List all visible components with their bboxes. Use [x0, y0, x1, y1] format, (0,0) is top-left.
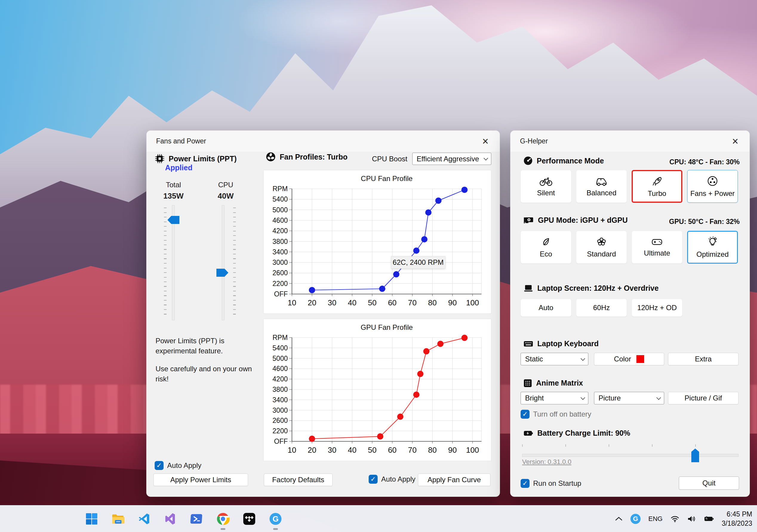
- quit-button[interactable]: Quit: [679, 477, 739, 490]
- svg-text:10: 10: [288, 298, 296, 307]
- svg-text:4600: 4600: [273, 216, 288, 224]
- chevron-down-icon: [581, 395, 585, 400]
- svg-text:OFF: OFF: [274, 290, 288, 298]
- matrix-brightness-select[interactable]: Bright: [521, 392, 588, 405]
- factory-defaults-button[interactable]: Factory Defaults: [264, 474, 333, 486]
- powershell-icon: [191, 513, 203, 525]
- svg-text:GPU Fan Profile: GPU Fan Profile: [361, 323, 413, 331]
- running-indicator: [221, 528, 226, 530]
- fans-and-power-window: Fans and Power × Power Limits (PPT) Appl…: [146, 130, 500, 497]
- battery-limit-heading: Battery Charge Limit: 90%: [524, 429, 630, 437]
- svg-text:RPM: RPM: [273, 334, 288, 342]
- close-icon[interactable]: ×: [479, 135, 492, 148]
- cpu-power-slider[interactable]: [222, 205, 225, 320]
- vscode-button[interactable]: [137, 512, 151, 526]
- flower-icon: [596, 236, 607, 247]
- svg-text:CPU Fan Profile: CPU Fan Profile: [361, 175, 412, 182]
- mode-balanced-button[interactable]: Balanced: [576, 170, 627, 203]
- cpu-boost-row: CPU Boost Efficient Aggressive: [372, 153, 491, 165]
- chevron-down-icon: [656, 395, 661, 400]
- total-power-slider-handle[interactable]: [167, 216, 179, 224]
- laptop-icon: [524, 285, 533, 292]
- version-link[interactable]: Version: 0.31.0.0: [522, 458, 571, 466]
- fan-curve-tooltip: 62C, 2400 RPM: [391, 256, 445, 269]
- run-on-startup-checkbox[interactable]: ✓: [521, 479, 530, 488]
- chrome-icon: [216, 512, 229, 525]
- svg-text:5000: 5000: [273, 354, 288, 362]
- close-icon[interactable]: ×: [729, 135, 742, 148]
- chrome-button[interactable]: [216, 512, 230, 526]
- svg-text:4200: 4200: [273, 227, 288, 235]
- gpu-ultimate-button[interactable]: Ultimate: [632, 231, 682, 264]
- keyboard-extra-button[interactable]: Extra: [668, 353, 739, 365]
- experimental-note: Power Limits (PPT) is experimental featu…: [156, 336, 254, 356]
- start-button[interactable]: [84, 512, 99, 526]
- tray-date: 3/18/2023: [722, 519, 752, 528]
- language-indicator[interactable]: ENG: [648, 515, 663, 523]
- gauge-icon: [524, 156, 532, 165]
- file-explorer-button[interactable]: [111, 512, 125, 526]
- battery-slider-track[interactable]: [522, 454, 739, 457]
- svg-text:70: 70: [408, 298, 417, 307]
- cpu-fan-chart[interactable]: CPU Fan Profile102030405060708090100OFF2…: [263, 170, 492, 314]
- svg-text:100: 100: [466, 445, 479, 455]
- svg-text:30: 30: [328, 445, 336, 455]
- mode-fans-power-button[interactable]: Fans + Power: [687, 170, 738, 203]
- cpu-fan-chart-panel: CPU Fan Profile102030405060708090100OFF2…: [263, 170, 491, 314]
- cpu-power-slider-handle[interactable]: [216, 269, 228, 277]
- svg-text:90: 90: [448, 298, 457, 307]
- svg-text:3400: 3400: [273, 248, 288, 256]
- tray-chevron-up-icon[interactable]: [615, 516, 623, 521]
- fan-power-icon: [707, 175, 718, 187]
- apply-fan-curve-button[interactable]: Apply Fan Curve: [418, 474, 491, 486]
- ghelper-taskbar-button[interactable]: G: [268, 512, 283, 526]
- desktop: Fans and Power × Power Limits (PPT) Appl…: [0, 0, 757, 532]
- volume-icon[interactable]: [687, 515, 696, 523]
- folder-icon: [111, 513, 125, 525]
- system-tray: G ENG 6:45 PM 3/18/2023: [615, 505, 752, 532]
- apply-power-limits-button[interactable]: Apply Power Limits: [153, 474, 248, 486]
- keyboard-mode-select[interactable]: Static: [521, 353, 588, 365]
- chevron-down-icon: [484, 156, 488, 161]
- svg-text:4200: 4200: [273, 375, 288, 383]
- terminal-button[interactable]: [190, 512, 204, 526]
- total-power-column: Total 135W: [156, 181, 191, 201]
- svg-text:3000: 3000: [273, 259, 288, 266]
- battery-charging-icon[interactable]: [704, 515, 714, 522]
- screen-auto-button[interactable]: Auto: [521, 299, 571, 317]
- fan-auto-apply-checkbox[interactable]: ✓: [369, 475, 378, 484]
- battery-slider-ticks: [522, 444, 739, 447]
- gpu-eco-button[interactable]: Eco: [521, 231, 571, 264]
- screen-60hz-button[interactable]: 60Hz: [576, 299, 627, 317]
- clock[interactable]: 6:45 PM 3/18/2023: [722, 510, 752, 528]
- ghelper-titlebar[interactable]: G-Helper ×: [510, 131, 749, 152]
- tidal-button[interactable]: [242, 512, 257, 526]
- svg-text:3800: 3800: [273, 238, 288, 245]
- wifi-icon[interactable]: [670, 515, 680, 522]
- screen-120hz-od-button[interactable]: 120Hz + OD: [632, 299, 682, 317]
- gpu-fan-chart[interactable]: GPU Fan Profile102030405060708090100OFF2…: [263, 319, 492, 461]
- cpu-boost-select[interactable]: Efficient Aggressive: [412, 153, 491, 165]
- bicycle-icon: [539, 176, 553, 186]
- ghelper-title: G-Helper: [520, 137, 548, 145]
- turn-off-on-battery-checkbox[interactable]: ✓: [521, 410, 530, 419]
- mode-silent-button[interactable]: Silent: [521, 170, 571, 203]
- keyboard-color-button[interactable]: Color: [594, 353, 664, 365]
- matrix-mode-select[interactable]: Picture: [594, 392, 664, 405]
- g-helper-window: G-Helper × Performance Mode CPU: 48°C - …: [510, 130, 750, 497]
- fans-window-titlebar[interactable]: Fans and Power ×: [147, 131, 500, 152]
- visual-studio-button[interactable]: [163, 512, 178, 526]
- gpu-optimized-button[interactable]: Optimized: [687, 231, 738, 264]
- battery-slider-handle[interactable]: [691, 449, 699, 462]
- tidal-icon: [243, 513, 256, 525]
- power-auto-apply-checkbox[interactable]: ✓: [155, 461, 164, 470]
- svg-text:70: 70: [408, 445, 417, 455]
- cpu-slider-ticks: [233, 208, 236, 319]
- svg-text:RPM: RPM: [273, 185, 288, 193]
- svg-text:10: 10: [288, 445, 296, 455]
- gpu-standard-button[interactable]: Standard: [576, 231, 627, 264]
- keyboard-icon: [524, 340, 533, 348]
- mode-turbo-button[interactable]: Turbo: [632, 170, 682, 203]
- ghelper-tray-icon[interactable]: G: [630, 514, 641, 524]
- picture-gif-button[interactable]: Picture / Gif: [668, 392, 739, 405]
